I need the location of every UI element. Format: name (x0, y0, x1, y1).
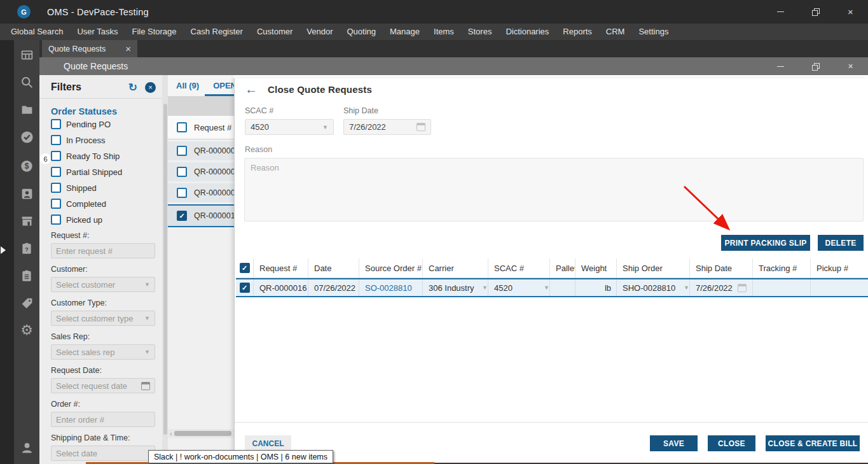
filters-close-icon[interactable]: × (145, 82, 156, 93)
row-checkbox-checked[interactable]: ✓ (177, 211, 187, 221)
menu-manage[interactable]: Manage (383, 24, 427, 40)
source-order-link[interactable]: SO-0028810 (365, 283, 412, 293)
checkbox[interactable] (51, 214, 61, 225)
checkbox[interactable] (51, 183, 61, 193)
cell-tracking[interactable] (753, 279, 811, 296)
menu-user-tasks[interactable]: User Tasks (70, 24, 125, 40)
row-checkbox[interactable] (177, 167, 187, 177)
quote-request-clipboard-icon[interactable]: ? (14, 237, 39, 259)
checkbox[interactable] (51, 199, 61, 209)
store-icon[interactable] (14, 210, 39, 232)
print-packing-slip-button[interactable]: PRINT PACKING SLIP (721, 235, 810, 251)
cell-ship-date[interactable]: 7/26/2022 (690, 279, 753, 296)
filters-panel: Filters ↻ × Order Statuses Pending PO In… (39, 75, 162, 464)
back-arrow-icon[interactable]: ← (245, 83, 258, 95)
ship-date-input[interactable]: 7/26/2022 (343, 119, 431, 135)
cancel-button[interactable]: CANCEL (245, 435, 291, 451)
menu-crm[interactable]: CRM (599, 24, 632, 40)
checkbox[interactable] (51, 167, 61, 177)
customer-select[interactable]: Select customer▼ (51, 277, 155, 292)
order-number-input[interactable] (56, 415, 150, 425)
request-id: QR-000000 (194, 167, 234, 176)
list-item[interactable]: QR-000000 (168, 141, 234, 160)
menu-global-search[interactable]: Global Search (4, 24, 70, 40)
status-picked-up[interactable]: Picked up (51, 214, 162, 225)
cell-pickup[interactable] (811, 279, 868, 296)
checkbox[interactable] (51, 135, 61, 145)
customer-type-select[interactable]: Select customer type▼ (51, 311, 155, 326)
window-minimize-button[interactable] (763, 0, 798, 24)
filters-scrollbar[interactable] (162, 75, 168, 464)
sales-rep-select[interactable]: Select sales rep▼ (51, 344, 155, 360)
cell-scac[interactable]: 4520▼ (488, 279, 550, 296)
status-ready-to-ship[interactable]: Ready To Ship (51, 151, 162, 161)
customers-contact-icon[interactable] (14, 183, 39, 204)
list-item[interactable]: QR-000000 (168, 183, 234, 202)
request-number-input[interactable] (56, 246, 150, 256)
list-item-selected[interactable]: ✓ QR-000001 (168, 204, 234, 227)
tab-open[interactable]: OPEN (205, 81, 234, 96)
inner-restore-button[interactable] (798, 57, 833, 75)
checkbox[interactable] (51, 151, 61, 161)
refresh-icon[interactable]: ↻ (128, 82, 137, 93)
folder-icon[interactable] (14, 99, 39, 120)
menu-file-storage[interactable]: File Storage (125, 24, 183, 40)
cell-carrier[interactable]: 306 Industry S▼ (423, 279, 488, 296)
list-horizontal-scrollbar[interactable]: ‹ (168, 429, 234, 438)
row-checkbox-checked[interactable]: ✓ (240, 283, 250, 293)
close-button[interactable]: CLOSE (708, 435, 755, 451)
tasks-check-icon[interactable] (14, 126, 39, 148)
tab-close-icon[interactable]: × (125, 43, 131, 54)
menu-vendor[interactable]: Vendor (300, 24, 340, 40)
tab-quote-requests[interactable]: Quote Requests × (42, 40, 137, 57)
menu-dictionaries[interactable]: Dictionaries (499, 24, 556, 40)
close-and-create-bill-button[interactable]: CLOSE & CREATE BILL (766, 435, 860, 451)
menu-customer[interactable]: Customer (250, 24, 300, 40)
orders-clipboard-icon[interactable] (14, 265, 39, 286)
inner-minimize-button[interactable] (763, 57, 798, 75)
list-item[interactable]: QR-000000 (168, 162, 234, 181)
select-all-checkbox-checked[interactable]: ✓ (240, 263, 250, 273)
window-restore-button[interactable] (798, 0, 833, 24)
settings-gear-icon[interactable]: ⚙ (14, 320, 39, 341)
user-profile-icon[interactable] (14, 437, 39, 458)
status-partial-shipped[interactable]: Partial Shipped (51, 167, 162, 177)
cell-pallets[interactable] (550, 279, 575, 296)
save-button[interactable]: SAVE (650, 435, 698, 451)
select-all-checkbox[interactable] (177, 122, 187, 132)
scroll-left-icon[interactable]: ‹ (168, 430, 174, 437)
menu-reports[interactable]: Reports (556, 24, 599, 40)
window-close-button[interactable]: × (833, 0, 868, 24)
cell-ship-order[interactable]: SHO-0028810▼ (617, 279, 690, 296)
chevron-down-icon: ▼ (544, 285, 549, 291)
reason-textarea[interactable] (244, 158, 864, 221)
billing-dollar-icon[interactable]: $ (14, 155, 39, 177)
shipping-date-input[interactable]: Select date (51, 446, 155, 461)
menu-quoting[interactable]: Quoting (340, 24, 383, 40)
chevron-down-icon: ▼ (144, 315, 150, 321)
sidebar-expand-arrow-icon[interactable] (1, 246, 6, 254)
tags-icon[interactable] (14, 292, 39, 314)
delete-button[interactable]: DELETE (818, 235, 864, 251)
menu-stores[interactable]: Stores (461, 24, 499, 40)
scrollbar-thumb[interactable] (174, 431, 231, 436)
menu-settings[interactable]: Settings (631, 24, 675, 40)
status-in-process[interactable]: In Process (51, 135, 162, 145)
search-icon[interactable] (14, 71, 39, 93)
menu-items[interactable]: Items (427, 24, 461, 40)
scac-select[interactable]: 4520 ▼ (245, 119, 334, 135)
table-row[interactable]: ✓ QR-0000016 07/26/2022 SO-0028810 306 I… (236, 278, 868, 297)
cell-weight[interactable]: lb (575, 279, 617, 296)
request-date-input[interactable]: Select request date (51, 378, 155, 393)
status-completed[interactable]: Completed (51, 199, 162, 209)
row-checkbox[interactable] (177, 146, 187, 156)
menu-cash-register[interactable]: Cash Register (184, 24, 250, 40)
checkbox[interactable] (51, 119, 61, 129)
inner-close-button[interactable]: × (833, 57, 868, 75)
status-pending-po[interactable]: Pending PO (51, 119, 162, 129)
status-shipped[interactable]: Shipped (51, 183, 162, 193)
row-checkbox[interactable] (177, 188, 187, 198)
scrollbar-thumb[interactable] (163, 104, 167, 435)
dashboard-icon[interactable] (14, 44, 39, 66)
tab-all[interactable]: All (9) (168, 81, 205, 96)
